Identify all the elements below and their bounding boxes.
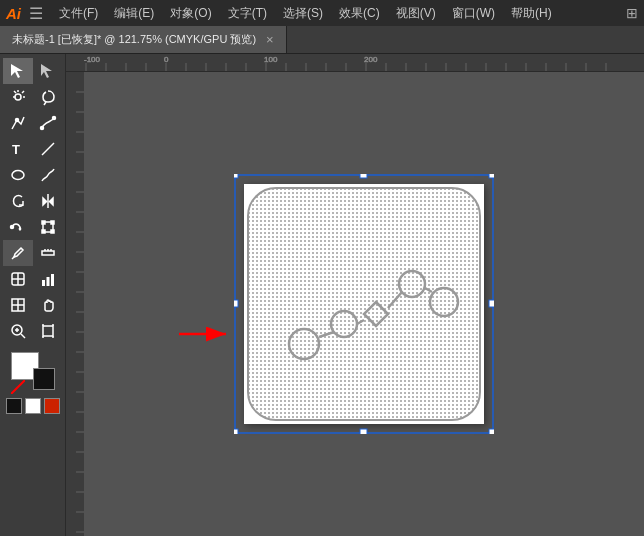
tab-title: 未标题-1 [已恢复]* @ 121.75% (CMYK/GPU 预览) bbox=[12, 32, 256, 47]
artboard bbox=[234, 174, 494, 434]
white-swatch[interactable] bbox=[25, 398, 41, 414]
pencil-tool[interactable] bbox=[33, 162, 63, 188]
canvas-area[interactable]: -100 0 100 200 bbox=[66, 54, 644, 536]
svg-rect-123 bbox=[489, 300, 494, 307]
svg-rect-48 bbox=[66, 54, 644, 71]
tool-row-8 bbox=[2, 240, 63, 266]
svg-rect-108 bbox=[248, 188, 480, 420]
svg-rect-120 bbox=[360, 174, 367, 178]
slice-tool[interactable] bbox=[3, 292, 33, 318]
reflect-tool[interactable] bbox=[33, 188, 63, 214]
svg-line-13 bbox=[42, 143, 54, 155]
pen-tool[interactable] bbox=[3, 110, 33, 136]
menu-object[interactable]: 对象(O) bbox=[162, 3, 219, 24]
menu-file[interactable]: 文件(F) bbox=[51, 3, 106, 24]
menu-window[interactable]: 窗口(W) bbox=[444, 3, 503, 24]
ellipse-tool[interactable] bbox=[3, 162, 33, 188]
warp-tool[interactable] bbox=[3, 214, 33, 240]
svg-point-9 bbox=[15, 119, 18, 122]
svg-line-3 bbox=[22, 91, 24, 93]
tab-close-button[interactable]: × bbox=[266, 32, 274, 47]
menu-effect[interactable]: 效果(C) bbox=[331, 3, 388, 24]
app-logo: Ai bbox=[6, 5, 21, 22]
artboard-tool[interactable] bbox=[33, 318, 63, 344]
tab-bar: 未标题-1 [已恢复]* @ 121.75% (CMYK/GPU 预览) × bbox=[0, 26, 644, 54]
svg-rect-25 bbox=[42, 251, 54, 255]
eyedropper-tool[interactable] bbox=[3, 240, 33, 266]
svg-point-112 bbox=[399, 271, 425, 297]
svg-rect-122 bbox=[234, 300, 238, 307]
svg-rect-42 bbox=[43, 326, 53, 336]
svg-line-8 bbox=[44, 102, 46, 105]
svg-marker-1 bbox=[41, 64, 52, 78]
red-arrow-indicator bbox=[174, 322, 234, 346]
curvature-tool[interactable] bbox=[33, 110, 63, 136]
hand-tool[interactable] bbox=[33, 292, 63, 318]
svg-text:0: 0 bbox=[164, 55, 169, 64]
menu-bar: Ai ☰ 文件(F) 编辑(E) 对象(O) 文字(T) 选择(S) 效果(C)… bbox=[0, 0, 644, 26]
svg-point-18 bbox=[10, 226, 13, 229]
shape-svg bbox=[244, 184, 484, 424]
menu-view[interactable]: 视图(V) bbox=[388, 3, 444, 24]
live-paint-tool[interactable] bbox=[3, 266, 33, 292]
lasso-tool[interactable] bbox=[33, 84, 63, 110]
svg-line-6 bbox=[14, 91, 16, 93]
color-section bbox=[6, 350, 60, 414]
svg-point-11 bbox=[52, 117, 55, 120]
menu-type[interactable]: 文字(T) bbox=[220, 3, 275, 24]
main-area: T bbox=[0, 54, 644, 536]
stroke-swatch[interactable] bbox=[33, 368, 55, 390]
black-swatch[interactable] bbox=[6, 398, 22, 414]
tool-row-4: T bbox=[2, 136, 63, 162]
direct-select-tool[interactable] bbox=[33, 58, 63, 84]
select-tool[interactable] bbox=[3, 58, 33, 84]
zoom-tool[interactable] bbox=[3, 318, 33, 344]
svg-rect-34 bbox=[51, 274, 54, 286]
svg-rect-23 bbox=[51, 230, 54, 233]
svg-marker-17 bbox=[49, 198, 53, 205]
svg-point-109 bbox=[289, 329, 319, 359]
svg-marker-111 bbox=[364, 302, 388, 326]
swatch-row bbox=[6, 398, 60, 414]
rotate-tool[interactable] bbox=[3, 188, 33, 214]
tool-row-3 bbox=[2, 110, 63, 136]
panel-toggle-icon[interactable]: ⊞ bbox=[626, 5, 638, 21]
tool-row-1 bbox=[2, 58, 63, 84]
svg-text:100: 100 bbox=[264, 55, 278, 64]
svg-rect-126 bbox=[489, 429, 494, 434]
svg-line-115 bbox=[357, 320, 364, 324]
tool-row-7 bbox=[2, 214, 63, 240]
svg-text:-100: -100 bbox=[84, 55, 101, 64]
svg-line-116 bbox=[388, 292, 402, 308]
bar-graph-tool[interactable] bbox=[33, 266, 63, 292]
menu-edit[interactable]: 编辑(E) bbox=[106, 3, 162, 24]
magic-wand-tool[interactable] bbox=[3, 84, 33, 110]
ruler-left bbox=[66, 72, 84, 536]
tool-row-2 bbox=[2, 84, 63, 110]
tool-row-10 bbox=[2, 292, 63, 318]
tool-row-11 bbox=[2, 318, 63, 344]
measure-tool[interactable] bbox=[33, 240, 63, 266]
menu-help[interactable]: 帮助(H) bbox=[503, 3, 560, 24]
type-tool[interactable]: T bbox=[3, 136, 33, 162]
svg-point-7 bbox=[15, 94, 21, 100]
svg-rect-80 bbox=[66, 72, 84, 536]
svg-rect-32 bbox=[42, 280, 45, 286]
svg-rect-20 bbox=[42, 221, 45, 224]
svg-marker-0 bbox=[11, 64, 23, 78]
no-color-slash bbox=[11, 380, 25, 394]
red-swatch[interactable] bbox=[44, 398, 60, 414]
free-transform-tool[interactable] bbox=[33, 214, 63, 240]
line-tool[interactable] bbox=[33, 136, 63, 162]
active-tab[interactable]: 未标题-1 [已恢复]* @ 121.75% (CMYK/GPU 预览) × bbox=[0, 26, 287, 53]
menu-select[interactable]: 选择(S) bbox=[275, 3, 331, 24]
tool-row-5 bbox=[2, 162, 63, 188]
svg-rect-121 bbox=[489, 174, 494, 178]
toolbar: T bbox=[0, 54, 66, 536]
ruler-top: -100 0 100 200 bbox=[66, 54, 644, 72]
svg-line-39 bbox=[21, 334, 25, 338]
svg-point-110 bbox=[331, 311, 357, 337]
svg-rect-22 bbox=[42, 230, 45, 233]
svg-text:200: 200 bbox=[364, 55, 378, 64]
svg-rect-21 bbox=[51, 221, 54, 224]
